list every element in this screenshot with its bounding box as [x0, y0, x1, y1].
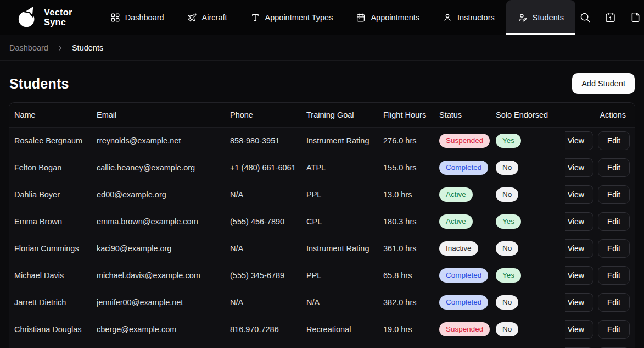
breadcrumb-dashboard-link[interactable]: Dashboard	[9, 43, 48, 52]
flight-hours: 361.0 hrs	[383, 244, 439, 253]
actions-cell: View Edit	[565, 131, 630, 150]
flight-hours: 382.0 hrs	[383, 298, 439, 307]
nav-label: Aircraft	[202, 13, 227, 22]
top-navbar: Vector Sync Dashboard Aircraft Appointme…	[0, 0, 644, 35]
view-button[interactable]: View	[565, 293, 593, 312]
navbar-actions: DU	[575, 0, 644, 35]
edit-button[interactable]: Edit	[598, 320, 630, 339]
page-header: Students Add Student	[0, 61, 644, 102]
solo-endorsed-badge: No	[496, 295, 518, 310]
calendar-1-icon	[604, 12, 616, 23]
student-email: kaci90@example.org	[97, 244, 230, 253]
nav-label: Dashboard	[125, 13, 164, 22]
nav-label: Instructors	[457, 13, 495, 22]
column-header-name: Name	[14, 111, 97, 119]
solo-cell: No	[496, 187, 565, 202]
view-button[interactable]: View	[565, 320, 593, 339]
aircraft-plane-icon	[187, 13, 197, 23]
add-student-button[interactable]: Add Student	[572, 73, 635, 94]
edit-button[interactable]: Edit	[598, 293, 630, 312]
table-row: Dahlia Boyer ed00@example.org N/A PPL 13…	[9, 181, 635, 208]
training-goal: Recreational	[306, 325, 383, 334]
solo-cell: No	[496, 295, 565, 310]
edit-button[interactable]: Edit	[598, 212, 630, 231]
nav-item-appointments[interactable]: Appointments	[344, 0, 431, 35]
solo-endorsed-badge: No	[496, 322, 518, 336]
table-row: Rosalee Bergnaum rreynolds@example.net 8…	[9, 128, 635, 154]
training-goal: PPL	[306, 190, 383, 199]
student-name: Rosalee Bergnaum	[14, 136, 97, 145]
student-phone: N/A	[230, 244, 306, 253]
column-header-actions: Actions	[565, 111, 630, 119]
view-button[interactable]: View	[565, 239, 593, 258]
edit-button[interactable]: Edit	[598, 239, 630, 258]
solo-endorsed-badge: Yes	[496, 268, 521, 283]
view-button[interactable]: View	[565, 185, 593, 204]
column-header-solo-endorsed: Solo Endorsed	[496, 111, 565, 119]
search-button[interactable]	[575, 8, 594, 27]
student-email: jennifer00@example.net	[97, 298, 230, 307]
solo-endorsed-badge: No	[496, 187, 518, 202]
solo-cell: Yes	[496, 268, 565, 283]
flight-hours: 276.0 hrs	[383, 136, 439, 145]
nav-item-instructors[interactable]: Instructors	[431, 0, 506, 35]
student-email: rreynolds@example.net	[97, 136, 230, 145]
column-header-status: Status	[439, 111, 496, 119]
view-button[interactable]: View	[565, 266, 593, 285]
status-badge: Active	[439, 187, 473, 202]
edit-button[interactable]: Edit	[598, 185, 630, 204]
edit-button[interactable]: Edit	[598, 266, 630, 285]
flight-hours: 155.0 hrs	[383, 163, 439, 172]
document-button[interactable]	[626, 8, 644, 27]
column-header-phone: Phone	[230, 111, 306, 119]
edit-button[interactable]: Edit	[598, 158, 630, 177]
solo-cell: No	[496, 322, 565, 336]
solo-endorsed-badge: No	[496, 161, 518, 175]
status-cell: Active	[439, 187, 496, 202]
calendar-day-button[interactable]	[601, 8, 619, 27]
solo-endorsed-badge: No	[496, 241, 518, 256]
student-name: Jarrett Dietrich	[14, 298, 97, 307]
flight-hours: 65.8 hrs	[383, 271, 439, 280]
status-cell: Completed	[439, 268, 496, 283]
training-goal: N/A	[306, 298, 383, 307]
primary-nav: Dashboard Aircraft Appointment Types App…	[99, 0, 575, 35]
nav-item-dashboard[interactable]: Dashboard	[99, 0, 176, 35]
training-goal: PPL	[306, 271, 383, 280]
view-button[interactable]: View	[565, 131, 593, 150]
status-cell: Suspended	[439, 322, 496, 336]
view-button[interactable]: View	[565, 158, 593, 177]
edit-button[interactable]: Edit	[598, 131, 630, 150]
student-name: Felton Bogan	[14, 163, 97, 172]
student-email: cberge@example.com	[97, 325, 230, 334]
nav-label: Appointment Types	[265, 13, 333, 22]
status-badge: Completed	[439, 295, 488, 310]
status-badge: Active	[439, 214, 473, 229]
breadcrumb: Dashboard Students	[0, 35, 644, 61]
nav-label: Students	[533, 13, 564, 22]
nav-item-appointment-types[interactable]: Appointment Types	[239, 0, 345, 35]
flight-hours: 180.3 hrs	[383, 217, 439, 226]
status-badge: Inactive	[439, 241, 478, 256]
table-body: Rosalee Bergnaum rreynolds@example.net 8…	[9, 128, 635, 348]
table-header-row: Name Email Phone Training Goal Flight Ho…	[9, 103, 635, 128]
view-button[interactable]: View	[565, 212, 593, 231]
solo-endorsed-badge: Yes	[496, 134, 521, 148]
nav-item-aircraft[interactable]: Aircraft	[176, 0, 239, 35]
nav-label: Appointments	[371, 13, 419, 22]
status-cell: Inactive	[439, 241, 496, 256]
student-phone: (555) 456-7890	[230, 217, 306, 226]
table-row: Michael Davis michael.davis@example.com …	[9, 262, 635, 289]
type-t-icon	[250, 13, 260, 23]
table-row: Jarrett Dietrich jennifer00@example.net …	[9, 289, 635, 316]
actions-cell: View Edit	[565, 239, 630, 258]
table-row: Felton Bogan callie.heaney@example.org +…	[9, 154, 635, 181]
dashboard-grid-icon	[110, 13, 120, 23]
column-header-training-goal: Training Goal	[306, 111, 383, 119]
actions-cell: View Edit	[565, 293, 630, 312]
student-phone: N/A	[230, 298, 306, 307]
table-row: Florian Cummings kaci90@example.org N/A …	[9, 235, 635, 262]
nav-item-students[interactable]: Students	[506, 0, 575, 35]
brand-logo-link[interactable]: Vector Sync	[16, 0, 72, 35]
training-goal: ATPL	[306, 163, 383, 172]
